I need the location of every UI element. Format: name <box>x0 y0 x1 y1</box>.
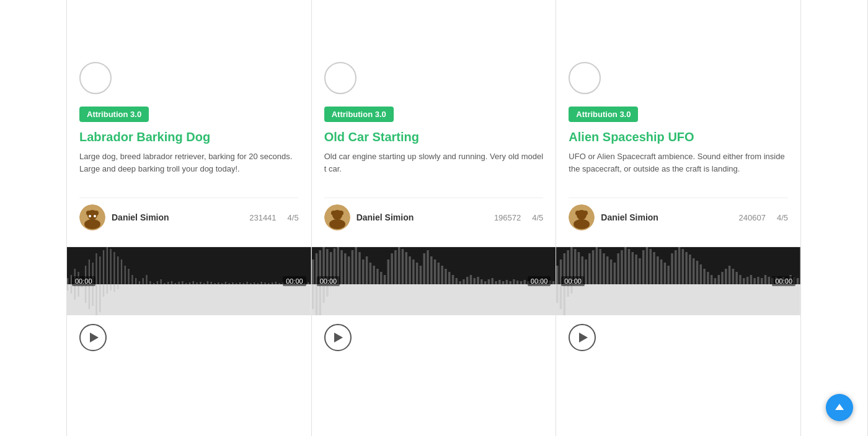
author-row-2: Daniel Simion 196572 4/5 <box>324 198 544 237</box>
svg-rect-98 <box>312 284 556 315</box>
scroll-top-arrow-icon <box>835 404 844 410</box>
svg-rect-34 <box>157 281 158 284</box>
svg-rect-37 <box>167 282 169 284</box>
svg-rect-35 <box>161 279 162 284</box>
svg-rect-139 <box>455 278 457 284</box>
svg-rect-54 <box>229 283 230 284</box>
author-avatar-2 <box>324 204 350 230</box>
svg-rect-107 <box>340 250 342 284</box>
svg-rect-32 <box>149 281 151 284</box>
svg-rect-212 <box>675 250 676 284</box>
svg-rect-135 <box>441 266 443 284</box>
attribution-badge-3: Attribution 3.0 <box>569 107 638 122</box>
svg-rect-229 <box>736 272 738 284</box>
play-button-1[interactable] <box>79 324 107 351</box>
play-button-container-2 <box>312 315 556 360</box>
svg-rect-223 <box>714 278 716 284</box>
waveform-container-1[interactable]: 00:00 <box>67 247 311 315</box>
play-icon-1 <box>90 333 99 342</box>
svg-rect-152 <box>502 281 504 284</box>
svg-rect-30 <box>143 278 144 284</box>
svg-rect-204 <box>646 247 648 284</box>
svg-rect-225 <box>722 272 724 284</box>
attribution-badge-2: Attribution 3.0 <box>324 107 394 122</box>
svg-rect-235 <box>758 277 760 284</box>
svg-rect-62 <box>257 283 259 284</box>
play-button-3[interactable] <box>569 324 596 351</box>
svg-rect-117 <box>376 269 378 284</box>
svg-rect-203 <box>642 250 644 284</box>
svg-rect-132 <box>430 256 432 284</box>
svg-rect-150 <box>495 281 497 284</box>
svg-rect-36 <box>164 283 165 284</box>
svg-rect-121 <box>391 253 392 284</box>
svg-rect-67 <box>275 282 277 284</box>
play-button-container-1 <box>67 315 311 360</box>
svg-rect-249 <box>564 284 565 315</box>
svg-rect-25 <box>125 266 126 284</box>
svg-rect-84 <box>92 284 94 306</box>
waveform-time-left-1: 00:00 <box>72 276 95 286</box>
svg-rect-179 <box>556 266 558 284</box>
svg-rect-57 <box>239 282 241 284</box>
play-button-container-3 <box>556 315 800 360</box>
waveform-section-3[interactable]: 00:00 <box>556 246 800 315</box>
svg-rect-198 <box>624 247 626 284</box>
svg-rect-114 <box>366 256 368 284</box>
svg-rect-77 <box>67 284 68 290</box>
waveform-container-3[interactable]: 00:00 <box>556 247 800 315</box>
svg-rect-111 <box>355 247 356 284</box>
svg-rect-206 <box>653 252 655 284</box>
svg-rect-168 <box>315 284 317 315</box>
svg-rect-140 <box>459 281 461 284</box>
svg-rect-144 <box>473 278 475 284</box>
svg-rect-60 <box>250 283 251 284</box>
card-top-1: Attribution 3.0 Labrador Barking Dog Lar… <box>67 0 311 246</box>
waveform-section-2[interactable]: 00:00 <box>312 246 556 315</box>
svg-rect-219 <box>700 264 702 284</box>
rating-2: 4/5 <box>532 213 543 222</box>
svg-rect-47 <box>203 283 205 284</box>
svg-rect-211 <box>671 253 673 284</box>
play-button-2[interactable] <box>324 324 352 351</box>
svg-rect-44 <box>193 281 194 284</box>
svg-rect-19 <box>103 250 104 284</box>
rating-1: 4/5 <box>288 213 299 222</box>
svg-rect-191 <box>600 249 601 284</box>
svg-rect-45 <box>196 282 197 284</box>
svg-rect-193 <box>606 256 608 284</box>
svg-point-174 <box>575 211 580 216</box>
svg-rect-110 <box>351 250 353 284</box>
svg-rect-83 <box>89 284 90 309</box>
waveform-container-2[interactable]: 00:00 <box>312 247 556 315</box>
svg-rect-218 <box>696 261 698 284</box>
avatar-svg-2 <box>324 204 350 230</box>
svg-rect-126 <box>409 256 410 284</box>
waveform-section-1[interactable]: 00:00 <box>67 246 311 315</box>
svg-rect-142 <box>466 277 468 284</box>
svg-rect-119 <box>383 275 385 284</box>
thumbnail-circle-1 <box>79 62 112 94</box>
card-top-3: Attribution 3.0 Alien Spaceship UFO UFO … <box>556 0 800 246</box>
svg-rect-109 <box>348 256 350 284</box>
svg-rect-222 <box>711 275 712 284</box>
svg-rect-31 <box>146 275 147 284</box>
author-name-3[interactable]: Daniel Simion <box>601 212 732 222</box>
card-column-2: Attribution 3.0 Old Car Starting Old car… <box>312 0 557 436</box>
sound-title-1[interactable]: Labrador Barking Dog <box>79 129 299 144</box>
svg-rect-87 <box>103 284 104 297</box>
svg-rect-188 <box>588 253 590 284</box>
svg-rect-55 <box>232 282 233 284</box>
svg-rect-154 <box>509 281 511 284</box>
sound-title-2[interactable]: Old Car Starting <box>324 129 544 144</box>
sound-title-3[interactable]: Alien Spaceship UFO <box>569 129 788 144</box>
author-name-2[interactable]: Daniel Simion <box>356 212 488 222</box>
svg-point-2 <box>86 211 91 216</box>
svg-rect-108 <box>344 253 346 284</box>
svg-rect-216 <box>689 255 691 284</box>
svg-rect-39 <box>175 283 176 284</box>
svg-rect-207 <box>657 256 658 284</box>
svg-rect-145 <box>477 277 479 284</box>
author-name-1[interactable]: Daniel Simion <box>112 212 243 222</box>
scroll-top-button[interactable] <box>826 394 853 421</box>
